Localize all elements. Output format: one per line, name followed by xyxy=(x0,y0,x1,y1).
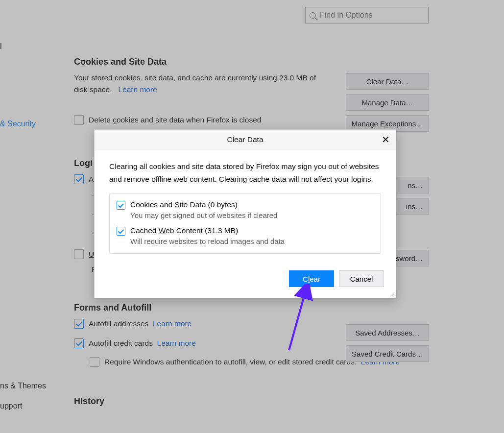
autofill-cards-learn-more[interactable]: Learn more xyxy=(157,339,196,348)
manage-data-button[interactable]: Manage Data… xyxy=(346,94,429,111)
saved-cards-button[interactable]: Saved Credit Cards… xyxy=(346,345,429,362)
dialog-intro-text: Clearing all cookies and site data store… xyxy=(109,160,381,185)
logins-ask-checkbox[interactable] xyxy=(74,174,84,184)
autofill-cards-label: Autofill credit cards xyxy=(89,339,153,348)
require-auth-label: Require Windows authentication to autofi… xyxy=(104,358,357,366)
delete-on-close-checkbox[interactable] xyxy=(74,115,84,125)
section-title-history: History xyxy=(74,396,427,407)
sidebar-item-themes[interactable]: ns & Themes xyxy=(0,382,46,390)
autofill-addresses-checkbox[interactable] xyxy=(74,319,84,329)
dialog-cookies-checkbox[interactable] xyxy=(117,201,125,210)
sidebar-fragment-top: l xyxy=(0,42,2,51)
logins-use-label-frag: U xyxy=(89,250,94,259)
autofill-cards-checkbox[interactable] xyxy=(74,338,84,348)
autofill-addresses-learn-more[interactable]: Learn more xyxy=(153,319,192,328)
dialog-cache-label: Cached Web Content (31.3 MB) xyxy=(130,226,285,235)
dialog-title: Clear Data xyxy=(227,135,263,144)
dialog-cookies-label: Cookies and Site Data (0 bytes) xyxy=(130,200,277,209)
cookies-body-line1: Your stored cookies, site data, and cach… xyxy=(74,73,316,82)
dialog-cache-desc: Will require websites to reload images a… xyxy=(130,237,285,245)
clear-data-button[interactable]: Clear Data… xyxy=(346,73,429,90)
cookies-learn-more-link[interactable]: Learn more xyxy=(118,85,157,94)
delete-on-close-label: Delete cookies and site data when Firefo… xyxy=(89,116,261,124)
sidebar-item-support[interactable]: upport xyxy=(0,402,22,410)
resize-grip-icon[interactable] xyxy=(389,291,394,296)
dialog-close-icon[interactable]: ✕ xyxy=(380,134,391,144)
section-title-forms: Forms and Autofill xyxy=(74,303,427,313)
clear-data-dialog: Clear Data ✕ Clearing all cookies and si… xyxy=(94,129,396,298)
dialog-cancel-button[interactable]: Cancel xyxy=(339,270,384,287)
section-title-cookies: Cookies and Site Data xyxy=(74,57,427,67)
logins-ask-label-frag: A xyxy=(89,175,94,184)
saved-addresses-button[interactable]: Saved Addresses… xyxy=(346,324,429,341)
dialog-cache-checkbox[interactable] xyxy=(117,227,125,236)
dialog-clear-button[interactable]: Clear xyxy=(289,270,334,287)
cookies-body-line2: disk space. xyxy=(74,85,112,94)
autofill-addresses-label: Autofill addresses xyxy=(89,319,148,328)
logins-use-checkbox[interactable] xyxy=(74,249,84,259)
dialog-cookies-desc: You may get signed out of websites if cl… xyxy=(130,211,277,219)
dialog-options-box: Cookies and Site Data (0 bytes) You may … xyxy=(109,193,381,254)
require-auth-checkbox[interactable] xyxy=(90,357,99,367)
sidebar-item-security[interactable]: & Security xyxy=(0,120,36,128)
